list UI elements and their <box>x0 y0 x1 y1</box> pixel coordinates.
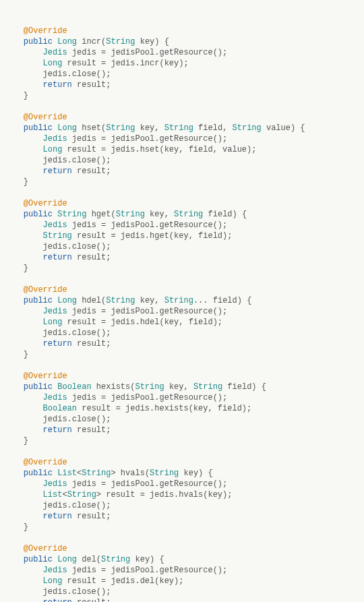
stmt: result; <box>72 167 111 176</box>
stmt: jedis.close(); <box>43 242 111 251</box>
stmt: result; <box>72 253 111 262</box>
method-sig: hdel( <box>77 296 106 305</box>
kw-public: public <box>24 296 53 305</box>
type-jedis: Jedis <box>43 220 67 230</box>
annotation: @Override <box>24 544 67 553</box>
stmt: jedis = jedisPool.getResource(); <box>67 48 228 57</box>
type-string: String <box>43 231 72 241</box>
stmt: result = jedis.del(key); <box>62 576 183 586</box>
stmt: jedis = jedisPool.getResource(); <box>67 393 228 402</box>
brace: } <box>24 264 28 273</box>
type-long: Long <box>57 123 77 133</box>
code-block: @Override public Long incr(String key) {… <box>4 26 360 602</box>
stmt: jedis = jedisPool.getResource(); <box>67 307 228 316</box>
param: key, <box>135 123 164 133</box>
type-string: String <box>193 382 222 392</box>
type-string: String <box>106 296 135 305</box>
type-string: String <box>233 123 262 133</box>
kw-return: return <box>43 80 72 90</box>
kw-public: public <box>24 382 53 392</box>
method-sig: hexists( <box>92 382 135 392</box>
type-long: Long <box>57 555 77 564</box>
type-string: String <box>67 490 96 500</box>
stmt: jedis.close(); <box>43 156 111 165</box>
brace: } <box>24 177 28 187</box>
kw-return: return <box>43 167 72 176</box>
type-string: String <box>174 210 203 219</box>
kw-public: public <box>24 555 53 564</box>
kw-return: return <box>43 339 72 349</box>
kw-return: return <box>43 253 72 262</box>
param: field) { <box>203 210 247 219</box>
stmt: result = jedis.hset(key, field, value); <box>62 145 256 154</box>
stmt: jedis.close(); <box>43 328 111 338</box>
param: key, <box>145 210 174 219</box>
type-string: String <box>106 37 135 47</box>
kw-return: return <box>43 512 72 521</box>
annotation: @Override <box>24 26 67 36</box>
type-string: String <box>106 123 135 133</box>
kw-return: return <box>43 425 72 435</box>
stmt: jedis.close(); <box>43 587 111 597</box>
stmt: result; <box>72 598 111 602</box>
type-long: Long <box>43 318 63 327</box>
type-jedis: Jedis <box>43 393 67 402</box>
type-string: String <box>82 469 111 478</box>
method-sig: del( <box>77 555 101 564</box>
type-long: Long <box>57 296 77 305</box>
method-sig: incr( <box>77 37 106 47</box>
type-string: String <box>164 296 193 305</box>
type-jedis: Jedis <box>43 566 67 575</box>
stmt: jedis.close(); <box>43 69 111 79</box>
stmt: jedis.close(); <box>43 501 111 510</box>
type-string: String <box>135 382 164 392</box>
generic: < <box>62 490 67 500</box>
type-string: String <box>101 555 130 564</box>
annotation: @Override <box>24 199 67 208</box>
stmt: result = jedis.hdel(key, field); <box>62 318 222 327</box>
type-jedis: Jedis <box>43 48 67 57</box>
kw-public: public <box>24 123 53 133</box>
kw-public: public <box>24 469 53 478</box>
annotation: @Override <box>24 285 67 295</box>
type-string: String <box>150 469 179 478</box>
annotation: @Override <box>24 371 67 381</box>
stmt: result = jedis.incr(key); <box>62 59 188 68</box>
type-long: Long <box>57 37 77 47</box>
method-sig: > hvals( <box>111 469 150 478</box>
stmt: result = jedis.hexists(key, field); <box>77 404 251 413</box>
type-long: Long <box>43 576 63 586</box>
kw-return: return <box>43 598 72 602</box>
stmt: jedis = jedisPool.getResource(); <box>67 220 228 230</box>
stmt: result; <box>72 512 111 521</box>
annotation: @Override <box>24 458 67 467</box>
stmt: jedis.close(); <box>43 415 111 424</box>
brace: } <box>24 522 28 532</box>
stmt: jedis = jedisPool.getResource(); <box>67 134 228 144</box>
method-sig: hset( <box>77 123 106 133</box>
param: ... field) { <box>193 296 251 305</box>
type-long: Long <box>43 145 63 154</box>
stmt: jedis = jedisPool.getResource(); <box>67 479 228 489</box>
brace: } <box>24 436 28 446</box>
kw-public: public <box>24 210 53 219</box>
type-list: List <box>43 490 63 500</box>
type-jedis: Jedis <box>43 134 67 144</box>
type-string: String <box>57 210 86 219</box>
method-sig: hget( <box>86 210 115 219</box>
param: key, <box>164 382 193 392</box>
param: key, <box>135 296 164 305</box>
type-jedis: Jedis <box>43 307 67 316</box>
brace: } <box>24 91 28 100</box>
stmt: result; <box>72 425 111 435</box>
param: key) { <box>135 37 169 47</box>
stmt: result = jedis.hget(key, field); <box>72 231 233 241</box>
kw-public: public <box>24 37 53 47</box>
type-string: String <box>116 210 145 219</box>
param: value) { <box>262 123 305 133</box>
type-long: Long <box>43 59 63 68</box>
type-boolean: Boolean <box>43 404 77 413</box>
brace: } <box>24 350 28 359</box>
param: key) { <box>130 555 164 564</box>
stmt: result; <box>72 80 111 90</box>
